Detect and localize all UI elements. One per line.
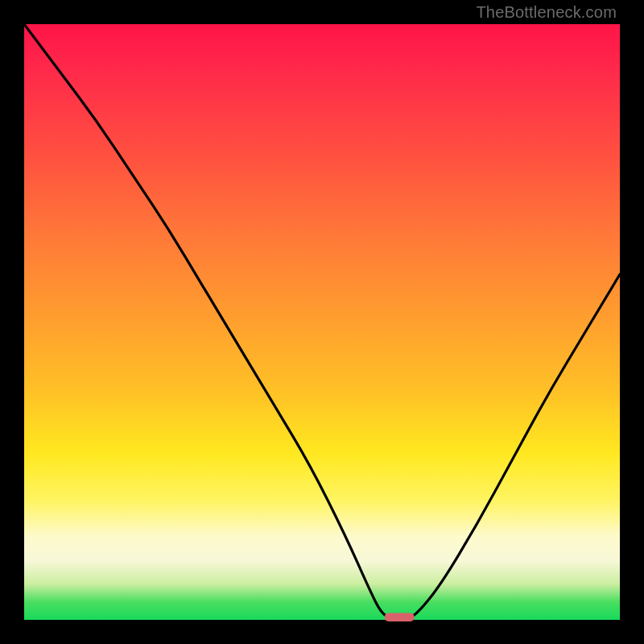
optimum-marker — [385, 613, 415, 621]
watermark-text: TheBottleneck.com — [476, 3, 617, 22]
plot-svg — [24, 24, 620, 620]
bottleneck-curve — [24, 24, 620, 620]
plot-area — [24, 24, 620, 620]
chart-frame: TheBottleneck.com — [0, 0, 644, 644]
